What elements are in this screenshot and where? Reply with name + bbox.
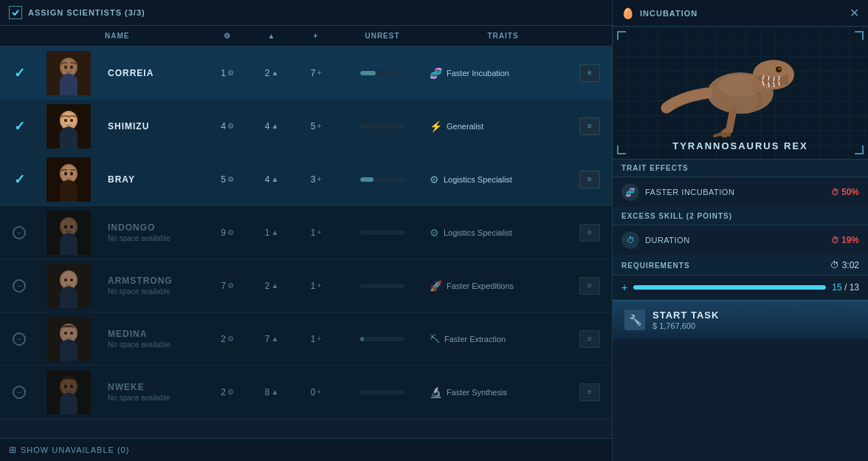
stat-gear-indongo: 9⚙ — [205, 228, 249, 238]
scientist-row-medina[interactable]: − MEDINA No — [0, 313, 612, 366]
unrest-correia — [338, 71, 427, 75]
trait-effects-title: TRAIT EFFECTS — [613, 160, 868, 177]
trait-icon-medina: ⛏ — [430, 333, 440, 345]
unrest-indongo — [338, 230, 427, 235]
stat-gear-correia: 1⚙ — [205, 68, 249, 78]
th-plus: + — [294, 26, 338, 46]
start-task-cost: $ 1,767,600 — [652, 321, 719, 330]
corner-bl — [617, 146, 626, 154]
stat-person-correia: 2▲ — [249, 68, 294, 78]
traits-indongo: ⚙ Logistics Specialist — [427, 227, 579, 239]
svg-point-23 — [64, 279, 67, 281]
scientist-row-armstrong[interactable]: − ARMSTRONG No space avai — [0, 259, 612, 313]
req-skill-bar — [633, 285, 826, 290]
req-skill-value: 15 / 13 — [832, 282, 859, 293]
info-btn-medina[interactable]: ≡ — [579, 330, 600, 348]
svg-point-22 — [61, 272, 76, 288]
th-avatar — [35, 26, 102, 46]
select-all-checkbox[interactable] — [9, 6, 22, 19]
start-task-button[interactable]: 🔧 START TASK $ 1,767,600 — [613, 300, 868, 339]
unrest-bray — [338, 177, 427, 182]
right-panel-title: INCUBATION — [640, 9, 698, 18]
unrest-armstrong — [338, 284, 427, 288]
svg-point-12 — [61, 165, 76, 182]
scientist-row-correia[interactable]: ✓ CORRE — [0, 47, 612, 100]
avatar-shimizu — [35, 101, 102, 151]
incubation-icon: 🥚 — [621, 7, 634, 19]
unrest-nweke — [338, 390, 427, 395]
traits-bray: ⚙ Logistics Specialist — [427, 174, 579, 185]
stat-plus-correia: 7+ — [294, 68, 338, 78]
panel-title: ASSIGN SCIENTISTS (3/3) — [28, 8, 145, 17]
dino-viewer: TYRANNOSAURUS REX — [613, 27, 868, 160]
scientist-row-bray[interactable]: ✓ BRAY — [0, 153, 612, 206]
avatar-medina — [35, 314, 102, 364]
th-traits: TRAITS — [427, 26, 579, 46]
svg-point-33 — [64, 384, 67, 388]
right-panel: 🥚 INCUBATION ✕ — [613, 0, 868, 461]
stat-gear-shimizu: 4⚙ — [205, 121, 249, 132]
svg-point-8 — [64, 119, 67, 122]
check-medina: − — [3, 332, 35, 346]
svg-point-34 — [70, 384, 73, 388]
close-button[interactable]: ✕ — [850, 6, 859, 20]
svg-point-29 — [70, 332, 73, 335]
corner-tr — [855, 31, 864, 40]
time-value: 3:02 — [842, 260, 859, 270]
check-bray: ✓ — [3, 171, 35, 188]
svg-point-32 — [61, 378, 76, 395]
trait-effect-faster-incubation: 🧬 FASTER INCUBATION ⏱ 50% — [613, 177, 868, 208]
corner-br — [855, 146, 864, 154]
stat-plus-indongo: 1+ — [294, 228, 338, 238]
start-task-label: START TASK — [652, 310, 719, 321]
info-btn-bray[interactable]: ≡ — [579, 171, 600, 188]
req-skill-row: + 15 / 13 — [613, 276, 868, 300]
name-nweke: NWEKE No space available — [102, 379, 205, 405]
panel-header: ASSIGN SCIENTISTS (3/3) — [0, 0, 612, 26]
svg-point-9 — [70, 119, 73, 122]
trait-icon-correia: 🧬 — [430, 67, 442, 79]
stat-gear-bray: 5⚙ — [205, 174, 249, 185]
scientist-row-nweke[interactable]: − NWEKE No s — [0, 366, 612, 419]
trait-icon-nweke: 🔬 — [430, 386, 442, 398]
info-btn-correia[interactable]: ≡ — [579, 64, 600, 82]
th-check — [3, 26, 35, 46]
check-nweke: − — [3, 386, 35, 399]
stat-gear-armstrong: 7⚙ — [205, 281, 249, 291]
unrest-medina — [338, 337, 427, 341]
th-unrest: UNREST — [338, 26, 427, 46]
info-btn-nweke[interactable]: ≡ — [579, 383, 600, 401]
stat-plus-shimizu: 5+ — [294, 121, 338, 132]
info-btn-armstrong[interactable]: ≡ — [579, 277, 600, 295]
svg-point-19 — [70, 225, 73, 228]
unrest-shimizu — [338, 124, 427, 129]
stat-person-medina: 7▲ — [249, 334, 294, 344]
check-correia: ✓ — [3, 65, 35, 81]
svg-point-3 — [64, 65, 67, 69]
traits-shimizu: ⚡ Generalist — [427, 120, 579, 132]
traits-armstrong: 🚀 Faster Expeditions — [427, 280, 579, 292]
scientist-row-shimizu[interactable]: ✓ SHIMI — [0, 100, 612, 153]
svg-point-18 — [64, 225, 67, 228]
name-correia: CORREIA — [102, 65, 205, 81]
info-btn-indongo[interactable]: ≡ — [579, 224, 600, 242]
stat-plus-medina: 1+ — [294, 334, 338, 344]
th-info — [579, 26, 609, 46]
svg-point-17 — [61, 219, 76, 235]
trait-icon-bray: ⚙ — [430, 174, 439, 185]
trait-icon-shimizu: ⚡ — [430, 120, 442, 132]
info-btn-shimizu[interactable]: ≡ — [579, 117, 600, 135]
avatar-bray — [35, 154, 102, 205]
duration-icon: ⏱ — [621, 231, 639, 249]
svg-point-38 — [779, 68, 781, 70]
avatar-armstrong — [35, 261, 102, 311]
req-plus-icon: + — [621, 281, 627, 293]
stat-gear-nweke: 2⚙ — [205, 387, 249, 397]
name-medina: MEDINA No space available — [102, 326, 205, 352]
corner-tl — [617, 31, 626, 40]
panel-footer[interactable]: ⊞ SHOW UNAVAILABLE (0) — [0, 438, 612, 461]
stat-plus-nweke: 0+ — [294, 387, 338, 397]
avatar-nweke — [35, 367, 102, 417]
excess-label: EXCESS SKILL (2 POINTS) — [621, 212, 732, 220]
scientist-row-indongo[interactable]: − INDONGO No space availa — [0, 206, 612, 259]
